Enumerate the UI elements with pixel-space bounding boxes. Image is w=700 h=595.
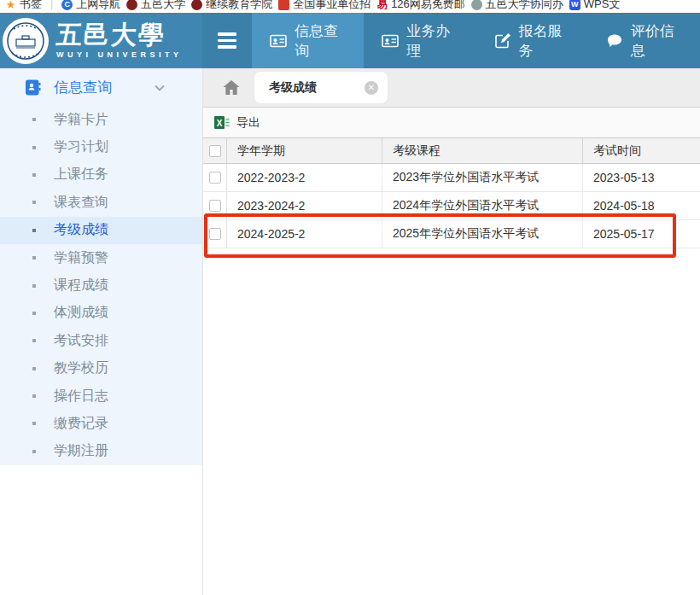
sidebar-item-exam-level-scores[interactable]: 考级成绩: [0, 217, 202, 244]
sidebar-group-label: 信息查询: [54, 78, 112, 97]
globe-icon: [471, 0, 482, 10]
row-checkbox-cell: [203, 220, 227, 248]
export-button[interactable]: X 导出: [214, 115, 260, 131]
sidebar-item-status-warning[interactable]: 学籍预警: [0, 244, 202, 271]
bookmark-item[interactable]: W WPS文: [569, 0, 621, 12]
nav-tab-label: 报名服务: [519, 21, 570, 61]
sidebar-item-semester-registration[interactable]: 学期注册: [0, 438, 202, 465]
bookmark-item[interactable]: C 上网导航: [61, 0, 120, 12]
bullet-icon: [32, 256, 36, 260]
comment-icon: [606, 32, 623, 50]
bookmark-label: 上网导航: [76, 0, 120, 12]
university-name-zh: 五邑大學: [55, 22, 184, 48]
export-label: 导出: [236, 115, 260, 131]
sidebar-item-label: 体测成绩: [54, 304, 108, 322]
page-tab-label: 考级成绩: [269, 80, 317, 96]
bullet-icon: [32, 201, 36, 204]
sidebar-item-exam-schedule[interactable]: 考试安排: [0, 327, 202, 354]
app-header: 五邑大學 WUYI UNIVERSITY 信息查询 业务办理 报名服务: [0, 13, 700, 68]
cell-course: 2024年学位外国语水平考试: [382, 192, 583, 219]
cell-semester: 2024-2025-2: [227, 220, 382, 248]
hamburger-icon: [218, 32, 236, 49]
table-row[interactable]: 2023-2024-2 2024年学位外国语水平考试 2024-05-18: [203, 192, 700, 220]
menu-toggle-button[interactable]: [202, 13, 252, 68]
bullet-icon: [32, 339, 36, 342]
sidebar-item-label: 缴费记录: [54, 415, 108, 433]
sidebar-item-label: 学习计划: [54, 138, 108, 156]
sidebar-item-label: 操作日志: [54, 388, 108, 405]
bullet-icon: [32, 146, 36, 149]
sidebar-item-payment-records[interactable]: 缴费记录: [0, 410, 202, 437]
cell-exam-date: 2023-05-13: [583, 164, 700, 191]
home-button[interactable]: [221, 78, 242, 98]
nav-tab-evaluation[interactable]: 评价信息: [588, 13, 700, 68]
column-header-exam-date: 考试时间: [583, 138, 700, 163]
excel-icon: X: [214, 115, 230, 130]
table-row-highlighted[interactable]: 2024-2025-2 2025年学位外国语水平考试 2025-05-17: [203, 220, 700, 248]
nav-tab-label: 信息查询: [295, 21, 346, 61]
bookmark-item[interactable]: 全国事业单位招: [278, 0, 370, 12]
bookmark-item[interactable]: 五邑大学: [126, 0, 185, 12]
bookmark-label: 继续教育学院: [206, 0, 272, 12]
sidebar-item-label: 考级成绩: [54, 221, 108, 239]
table-header-row: 学年学期 考级课程 考试时间: [203, 138, 700, 164]
nav-tab-registration[interactable]: 报名服务: [476, 13, 588, 68]
nav-tab-info-query[interactable]: 信息查询: [252, 13, 364, 68]
select-all-checkbox[interactable]: [209, 145, 221, 157]
nav-tab-label: 业务办理: [406, 21, 458, 61]
id-card-icon: [270, 32, 287, 50]
bullet-icon: [32, 394, 36, 398]
sidebar-item-study-plan[interactable]: 学习计划: [0, 133, 202, 160]
close-icon[interactable]: ✕: [365, 81, 378, 95]
table-row[interactable]: 2022-2023-2 2023年学位外国语水平考试 2023-05-13: [203, 164, 700, 192]
page-tab-exam-level-scores[interactable]: 考级成绩 ✕: [254, 72, 388, 103]
university-name: 五邑大學 WUYI UNIVERSITY: [56, 22, 183, 59]
university-seal-icon: [2, 17, 50, 65]
bookmark-label: 五邑大学协同办: [486, 0, 563, 12]
bookmark-item[interactable]: ★ 书签: [5, 0, 42, 12]
sidebar-item-label: 学期注册: [54, 442, 108, 460]
nav-tab-business[interactable]: 业务办理: [364, 13, 475, 68]
row-checkbox[interactable]: [209, 200, 221, 212]
sidebar-item-label: 考试安排: [54, 332, 108, 350]
sidebar-item-label: 学籍预警: [54, 249, 108, 267]
sidebar-item-operation-log[interactable]: 操作日志: [0, 382, 202, 410]
bookmark-label: 五邑大学: [141, 0, 185, 12]
sidebar-item-label: 课程成绩: [54, 277, 108, 295]
sidebar-item-timetable-query[interactable]: 课表查询: [0, 189, 202, 216]
browser-bookmarks-bar: ★ 书签 | C 上网导航 五邑大学 继续教育学院 全国事业单位招 易 126网…: [0, 0, 700, 13]
bookmark-item[interactable]: 易 126网易免费邮: [376, 0, 465, 12]
bookmark-label: WPS文: [584, 0, 621, 12]
sidebar-item-fitness-test-scores[interactable]: 体测成绩: [0, 300, 202, 327]
cell-exam-date: 2024-05-18: [583, 192, 700, 219]
school-badge-icon: [191, 0, 202, 10]
bookmark-item[interactable]: 五邑大学协同办: [471, 0, 563, 12]
cell-course: 2023年学位外国语水平考试: [382, 164, 583, 191]
row-checkbox[interactable]: [209, 228, 221, 240]
sidebar-item-class-tasks[interactable]: 上课任务: [0, 161, 202, 189]
contact-book-icon: [25, 79, 41, 96]
main-content: 考级成绩 ✕ X 导出 学年学期 考级课程 考试时间: [202, 68, 700, 595]
row-checkbox[interactable]: [209, 172, 221, 184]
bookmark-label: 全国事业单位招: [293, 0, 370, 12]
column-header-semester: 学年学期: [227, 138, 382, 163]
results-table: 学年学期 考级课程 考试时间 2022-2023-2 2023年学位外国语水平考…: [203, 138, 700, 248]
svg-text:X: X: [217, 119, 223, 128]
bookmarks-separator: |: [48, 0, 55, 10]
toolbar: X 导出: [203, 108, 700, 138]
sidebar-item-academic-calendar[interactable]: 教学校历: [0, 355, 202, 382]
university-name-en: WUYI UNIVERSITY: [56, 50, 183, 59]
navigation-icon: C: [61, 0, 73, 10]
sidebar-item-label: 学籍卡片: [54, 111, 108, 129]
sidebar-item-course-scores[interactable]: 课程成绩: [0, 271, 202, 299]
id-card-icon: [382, 32, 399, 50]
bookmark-label: 126网易免费邮: [391, 0, 465, 12]
sidebar-item-student-card[interactable]: 学籍卡片: [0, 106, 202, 133]
sidebar-group-info-query[interactable]: 信息查询: [0, 68, 202, 106]
bookmark-item[interactable]: 继续教育学院: [191, 0, 272, 12]
cell-course: 2025年学位外国语水平考试: [382, 220, 583, 248]
top-nav: 信息查询 业务办理 报名服务 评价信息: [252, 13, 700, 68]
bullet-icon: [32, 284, 36, 288]
bullet-icon: [32, 118, 36, 121]
sidebar-item-label: 教学校历: [54, 359, 108, 377]
